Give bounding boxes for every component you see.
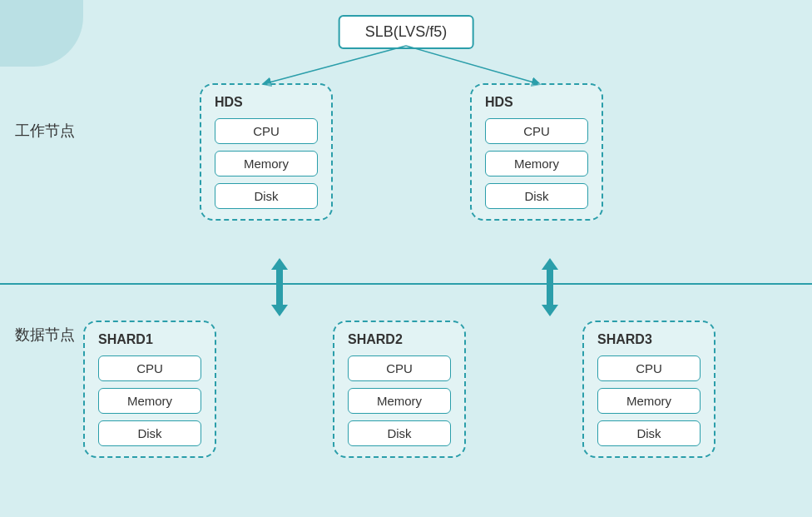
hds-left-disk: Disk — [215, 183, 318, 209]
svg-line-1 — [406, 46, 537, 83]
v-arrow-left — [265, 258, 295, 316]
shard2-cpu: CPU — [348, 355, 451, 381]
v-arrow-right — [535, 258, 565, 316]
bottom-section-label: 数据节点 — [15, 325, 75, 345]
hds-right-cpu: CPU — [485, 118, 588, 144]
hds-right-title: HDS — [485, 95, 588, 110]
svg-marker-5 — [271, 305, 288, 316]
hds-left-cpu: CPU — [215, 118, 318, 144]
shard1-cpu: CPU — [98, 355, 201, 381]
shard2-title: SHARD2 — [348, 332, 451, 347]
shard3-disk: Disk — [597, 420, 701, 446]
shard2-node: SHARD2 CPU Memory Disk — [333, 321, 466, 458]
svg-line-0 — [266, 46, 406, 83]
hds-node-right: HDS CPU Memory Disk — [470, 83, 603, 221]
hds-right-disk: Disk — [485, 183, 588, 209]
shard1-disk: Disk — [98, 420, 201, 446]
shard1-memory: Memory — [98, 388, 201, 414]
shard1-node: SHARD1 CPU Memory Disk — [83, 321, 216, 458]
main-container: 工作节点 数据节点 SLB(LVS/f5) HDS CPU Memory Dis… — [0, 0, 812, 517]
hds-left-memory: Memory — [215, 151, 318, 176]
top-section-label: 工作节点 — [15, 121, 75, 141]
shard2-disk: Disk — [348, 420, 451, 446]
shard3-title: SHARD3 — [597, 332, 701, 347]
shard1-title: SHARD1 — [98, 332, 201, 347]
slb-box: SLB(LVS/f5) — [339, 15, 474, 49]
svg-marker-7 — [542, 258, 558, 270]
shard2-memory: Memory — [348, 388, 451, 414]
svg-marker-4 — [271, 258, 288, 270]
hds-left-title: HDS — [215, 95, 318, 110]
shard3-memory: Memory — [597, 388, 701, 414]
svg-marker-8 — [542, 305, 558, 316]
corner-decoration — [0, 0, 83, 67]
shard3-node: SHARD3 CPU Memory Disk — [582, 321, 715, 458]
hds-node-left: HDS CPU Memory Disk — [200, 83, 333, 221]
shard3-cpu: CPU — [597, 355, 701, 381]
divider-line — [0, 283, 812, 285]
hds-right-memory: Memory — [485, 151, 588, 176]
